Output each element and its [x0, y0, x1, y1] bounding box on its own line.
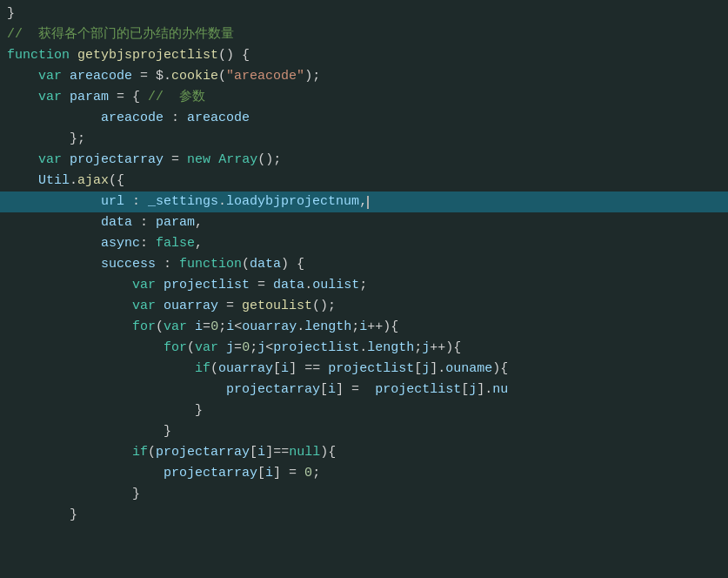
code-line: if(ouarray[i] == projectlist[j].ouname){ [0, 359, 728, 380]
line-text: if(projectarray[i]==null){ [7, 442, 721, 463]
line-text: Util.ajax({ [7, 171, 721, 192]
code-line: } [0, 400, 728, 421]
code-editor[interactable]: } // 获得各个部门的已办结的办件数量 function getybjspro… [0, 0, 728, 578]
line-text: } [7, 400, 721, 421]
code-line: // 获得各个部门的已办结的办件数量 [0, 24, 728, 45]
line-text: data : param, [7, 212, 721, 233]
line-text: projectarray[i] = 0; [7, 463, 721, 484]
line-text: areacode : areacode [7, 108, 721, 129]
line-text: var ouarray = getoulist(); [7, 296, 721, 317]
line-text: var projectlist = data.oulist; [7, 275, 721, 296]
line-text: } [7, 505, 721, 526]
code-line: for(var i=0;i<ouarray.length;i++){ [0, 317, 728, 338]
code-line: projectarray[i] = projectlist[j].nu [0, 380, 728, 400]
line-text: for(var j=0;j<projectlist.length;j++){ [7, 338, 721, 359]
code-line-highlighted: url : _settings.loadybjprojectnum, [0, 192, 728, 212]
line-text: // 获得各个部门的已办结的办件数量 [7, 24, 721, 45]
line-text: if(ouarray[i] == projectlist[j].ouname){ [7, 359, 721, 380]
line-text: for(var i=0;i<ouarray.length;i++){ [7, 317, 721, 338]
code-line: }; [0, 129, 728, 150]
code-line: areacode : areacode [0, 108, 728, 129]
code-line: for(var j=0;j<projectlist.length;j++){ [0, 338, 728, 359]
code-line: } [0, 3, 728, 24]
code-line: async: false, [0, 233, 728, 254]
code-line: success : function(data) { [0, 254, 728, 275]
line-text: projectarray[i] = projectlist[j].nu [7, 380, 721, 400]
code-line: function getybjsprojectlist() { [0, 45, 728, 66]
code-line: var areacode = $.cookie("areacode"); [0, 66, 728, 87]
code-line: Util.ajax({ [0, 171, 728, 192]
line-text: } [7, 484, 721, 505]
code-line: } [0, 421, 728, 442]
line-text: var projectarray = new Array(); [7, 150, 721, 171]
line-text: }; [7, 129, 721, 150]
code-line: var projectlist = data.oulist; [0, 275, 728, 296]
line-text: success : function(data) { [7, 254, 721, 275]
line-text: var param = { // 参数 [7, 87, 721, 108]
line-text: function getybjsprojectlist() { [7, 45, 721, 66]
line-text: url : _settings.loadybjprojectnum, [7, 192, 721, 212]
code-line: } [0, 505, 728, 526]
code-line: } [0, 484, 728, 505]
code-line: projectarray[i] = 0; [0, 463, 728, 484]
line-text: } [7, 3, 721, 24]
code-line: var ouarray = getoulist(); [0, 296, 728, 317]
code-line: var param = { // 参数 [0, 87, 728, 108]
line-text: var areacode = $.cookie("areacode"); [7, 66, 721, 87]
code-line: var projectarray = new Array(); [0, 150, 728, 171]
code-line: if(projectarray[i]==null){ [0, 442, 728, 463]
code-line: data : param, [0, 212, 728, 233]
line-text: async: false, [7, 233, 721, 254]
line-text: } [7, 421, 721, 442]
